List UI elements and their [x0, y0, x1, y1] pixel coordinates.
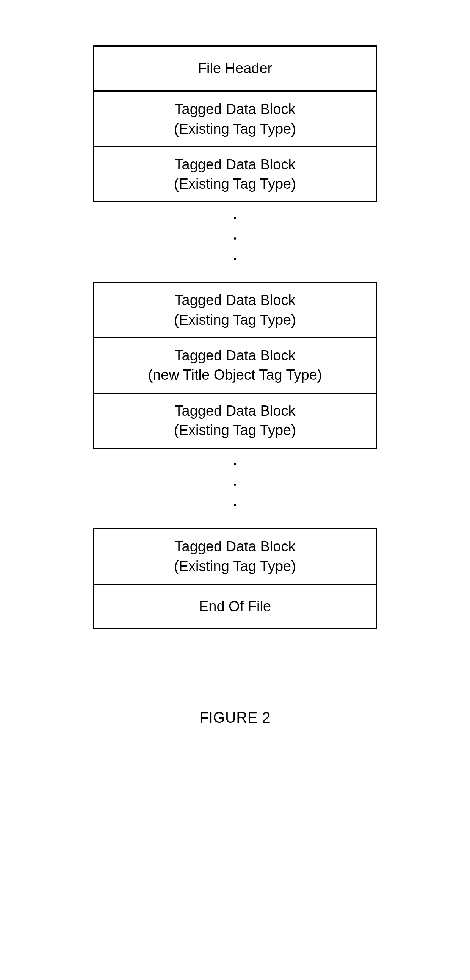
block-group-1: File Header Tagged Data Block (Existing … — [93, 46, 377, 202]
tagged-data-block: Tagged Data Block (Existing Tag Type) — [93, 528, 377, 585]
block-label-line2: (Existing Tag Type) — [174, 121, 296, 137]
tagged-data-block: Tagged Data Block (Existing Tag Type) — [93, 147, 377, 203]
block-label-line2: (Existing Tag Type) — [174, 176, 296, 192]
block-label-line1: Tagged Data Block — [175, 403, 296, 419]
block-label-line2: (Existing Tag Type) — [174, 558, 296, 574]
block-label-line2: (new Title Object Tag Type) — [148, 367, 322, 383]
tagged-data-block: Tagged Data Block (Existing Tag Type) — [93, 394, 377, 449]
file-structure-diagram: File Header Tagged Data Block (Existing … — [0, 46, 470, 726]
end-of-file-block: End Of File — [93, 585, 377, 630]
block-group-3: Tagged Data Block (Existing Tag Type) En… — [93, 528, 377, 630]
block-group-2: Tagged Data Block (Existing Tag Type) Ta… — [93, 282, 377, 449]
tagged-data-block: Tagged Data Block (Existing Tag Type) — [93, 282, 377, 339]
block-label-line1: Tagged Data Block — [175, 539, 296, 554]
vertical-ellipsis-icon — [234, 449, 236, 528]
block-label-line1: Tagged Data Block — [175, 156, 296, 172]
block-label-line1: Tagged Data Block — [175, 347, 296, 363]
block-label: File Header — [198, 60, 272, 76]
block-label-line1: Tagged Data Block — [175, 101, 296, 117]
block-label-line1: Tagged Data Block — [175, 292, 296, 308]
file-header-block: File Header — [93, 46, 377, 92]
block-label: End Of File — [199, 598, 271, 614]
block-label-line2: (Existing Tag Type) — [174, 312, 296, 328]
tagged-data-block: Tagged Data Block (Existing Tag Type) — [93, 92, 377, 147]
figure-caption: FIGURE 2 — [199, 709, 271, 726]
vertical-ellipsis-icon — [234, 202, 236, 282]
tagged-data-block-new-title: Tagged Data Block (new Title Object Tag … — [93, 339, 377, 394]
block-label-line2: (Existing Tag Type) — [174, 422, 296, 438]
